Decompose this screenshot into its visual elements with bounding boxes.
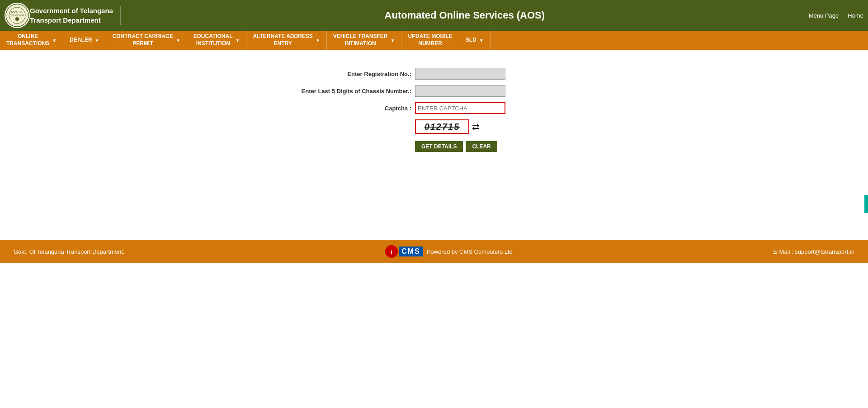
chassis-label: Enter Last 5 Digits of Chassis Number.: [276, 88, 411, 95]
menu-page-link[interactable]: Menu Page [809, 12, 839, 19]
main-navbar: ONLINETRANSACTIONS ▼ DEALER ▼ CONTRACT C… [0, 31, 868, 50]
side-indicator [864, 195, 868, 213]
footer-email: E-Mail : support@tstransport.in [774, 248, 854, 255]
dropdown-arrow-online-transactions: ▼ [52, 38, 57, 43]
department-title: Government of Telangana Transport Depart… [30, 6, 121, 25]
registration-input[interactable] [415, 68, 505, 80]
registration-row: Enter Registration No.: [276, 68, 592, 80]
refresh-captcha-icon[interactable]: ⇄ [472, 121, 480, 132]
page-footer: Govt. Of Telangana Transport Department.… [0, 240, 868, 263]
nav-update-mobile-number[interactable]: UPDATE MOBILENUMBER [401, 31, 459, 50]
cms-logo: i CMS [385, 245, 423, 258]
captcha-image: 012715 [415, 119, 469, 134]
captcha-input[interactable] [415, 102, 505, 114]
svg-point-4 [15, 17, 19, 21]
government-logo: GOVT OF TELANGANA [5, 3, 30, 28]
svg-text:GOVT OF: GOVT OF [11, 10, 24, 13]
nav-contract-carriage-permit[interactable]: CONTRACT CARRIAGEPERMIT ▼ [106, 31, 188, 50]
nav-sld[interactable]: SLD ▼ [459, 31, 491, 50]
dropdown-arrow-alternate: ▼ [316, 38, 320, 43]
nav-alternate-address-entry[interactable]: ALTERNATE ADDRESSENTRY ▼ [246, 31, 326, 50]
get-details-button[interactable]: GET DETAILS [415, 141, 463, 152]
chassis-input[interactable] [415, 85, 505, 97]
main-content: Enter Registration No.: Enter Last 5 Dig… [0, 50, 868, 240]
page-header: GOVT OF TELANGANA Government of Telangan… [0, 0, 868, 31]
dropdown-arrow-dealer: ▼ [95, 38, 99, 43]
dropdown-arrow-vehicle: ▼ [390, 38, 395, 43]
footer-center: i CMS Powered by CMS Computers Ltd [385, 245, 513, 258]
form-area: Enter Registration No.: Enter Last 5 Dig… [276, 68, 592, 152]
chassis-row: Enter Last 5 Digits of Chassis Number.: [276, 85, 592, 97]
captcha-input-row: Captcha : [276, 102, 592, 114]
nav-vehicle-transfer-intimation[interactable]: VEHICLE TRANSFERINTIMATION ▼ [327, 31, 402, 50]
clear-button[interactable]: CLEAR [466, 141, 497, 152]
nav-online-transactions[interactable]: ONLINETRANSACTIONS ▼ [0, 31, 63, 50]
dropdown-arrow-educational: ▼ [236, 38, 240, 43]
buttons-row: GET DETAILS CLEAR [415, 141, 497, 152]
dropdown-arrow-sld: ▼ [479, 38, 484, 43]
powered-by-text: Powered by CMS Computers Ltd [427, 248, 513, 255]
nav-educational-institution[interactable]: EDUCATIONALINSTITUTION ▼ [187, 31, 246, 50]
dropdown-arrow-contract: ▼ [176, 38, 180, 43]
captcha-image-row: 012715 ⇄ [276, 119, 592, 134]
footer-left-text: Govt. Of Telangana Transport Department. [14, 248, 124, 255]
captcha-box: 012715 ⇄ [415, 119, 480, 134]
svg-text:TELANGANA: TELANGANA [10, 14, 24, 17]
nav-dealer[interactable]: DEALER ▼ [63, 31, 106, 50]
captcha-label: Captcha : [276, 105, 411, 112]
header-links: Menu Page Home [809, 12, 863, 19]
site-title: Automated Online Services (AOS) [121, 9, 809, 21]
home-link[interactable]: Home [848, 12, 863, 19]
registration-label: Enter Registration No.: [276, 71, 411, 77]
